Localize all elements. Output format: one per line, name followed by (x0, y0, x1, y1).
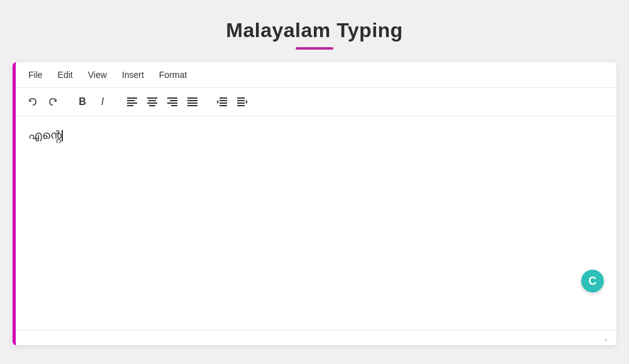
svg-rect-12 (187, 97, 198, 99)
svg-rect-8 (167, 97, 177, 99)
svg-rect-9 (170, 100, 177, 101)
floating-action-button[interactable]: C (581, 270, 604, 292)
bold-button[interactable]: B (73, 93, 92, 111)
undo-redo-group (23, 93, 62, 111)
align-center-button[interactable] (143, 93, 162, 111)
separator-3 (207, 96, 208, 108)
menu-file[interactable]: File (26, 69, 45, 81)
undo-button[interactable] (23, 93, 42, 111)
indent-decrease-button[interactable] (213, 93, 231, 111)
svg-rect-23 (237, 105, 245, 106)
format-group: B I (73, 93, 112, 111)
svg-rect-3 (127, 105, 133, 106)
svg-rect-2 (127, 102, 137, 104)
svg-rect-18 (220, 102, 227, 104)
svg-rect-17 (220, 100, 227, 101)
editor-container: File Edit View Insert Format (13, 62, 616, 345)
svg-rect-4 (147, 97, 157, 99)
svg-rect-15 (187, 105, 198, 106)
svg-rect-1 (127, 100, 135, 101)
svg-rect-21 (237, 100, 245, 101)
editor-content[interactable]: എന്റെ (28, 126, 604, 145)
svg-rect-16 (220, 97, 227, 99)
indent-increase-button[interactable] (233, 93, 252, 111)
redo-button[interactable] (43, 93, 62, 111)
separator-1 (67, 96, 68, 108)
page-title: Malayalam Typing (226, 19, 403, 42)
svg-rect-7 (149, 105, 155, 106)
menu-insert[interactable]: Insert (120, 69, 147, 81)
menu-view[interactable]: View (86, 69, 109, 81)
menu-format[interactable]: Format (157, 69, 189, 81)
svg-rect-0 (127, 97, 137, 99)
svg-rect-10 (167, 102, 177, 104)
separator-2 (117, 96, 118, 108)
svg-rect-5 (148, 100, 156, 101)
svg-rect-14 (187, 102, 198, 104)
editor-footer: ⌟ (16, 330, 616, 345)
svg-rect-19 (220, 105, 227, 106)
align-right-button[interactable] (163, 93, 182, 111)
resize-handle[interactable]: ⌟ (604, 333, 614, 343)
editor-body[interactable]: എന്റെ C (16, 116, 616, 330)
title-underline (296, 47, 333, 50)
text-cursor (62, 130, 63, 141)
svg-rect-11 (171, 105, 177, 106)
italic-button[interactable]: I (93, 93, 112, 111)
editor-text: എന്റെ (28, 129, 62, 141)
menu-edit[interactable]: Edit (55, 69, 75, 81)
indent-group (213, 93, 252, 111)
alignment-group (123, 93, 202, 111)
align-justify-button[interactable] (183, 93, 202, 111)
svg-rect-20 (237, 97, 245, 99)
page-title-container: Malayalam Typing (226, 19, 403, 50)
menubar: File Edit View Insert Format (16, 62, 616, 88)
align-left-button[interactable] (123, 93, 142, 111)
svg-rect-22 (237, 102, 245, 104)
toolbar: B I (16, 88, 616, 116)
svg-rect-13 (187, 100, 198, 101)
svg-rect-6 (147, 102, 157, 104)
